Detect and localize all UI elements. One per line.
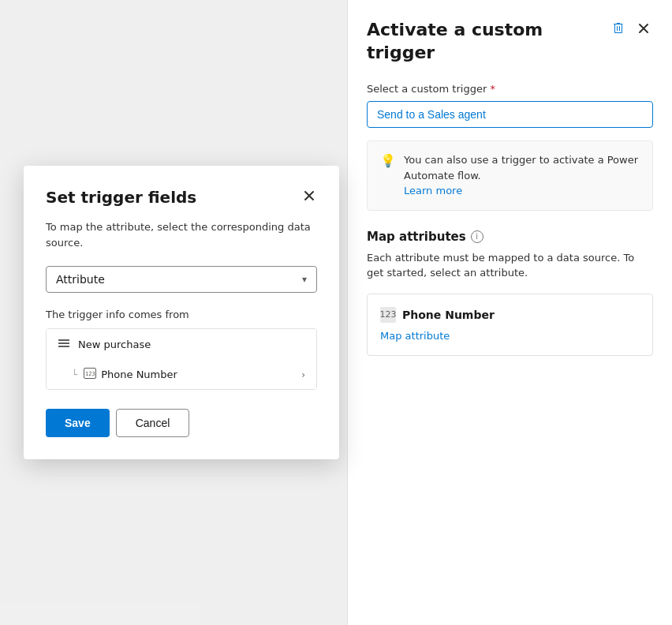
- modal-title: Set trigger fields: [46, 188, 196, 207]
- attribute-card-header: 123 Phone Number: [380, 307, 640, 323]
- chevron-right-icon: ›: [301, 369, 305, 380]
- tree-line-icon: └: [72, 369, 77, 380]
- modal-description: To map the attribute, select the corresp…: [46, 219, 317, 250]
- lightbulb-icon: 💡: [380, 153, 396, 199]
- modal-actions: Save Cancel: [46, 409, 317, 437]
- learn-more-link[interactable]: Learn more: [404, 185, 462, 196]
- info-tooltip-icon[interactable]: i: [471, 230, 483, 243]
- new-purchase-label: New purchase: [78, 339, 151, 350]
- set-trigger-modal: Set trigger fields To map the attribute,…: [24, 166, 339, 459]
- modal-header: Set trigger fields: [46, 188, 317, 207]
- chevron-down-icon: ▾: [302, 274, 307, 285]
- trigger-tree-list: New purchase └ 123 Phone Number ›: [46, 328, 317, 390]
- close-panel-button[interactable]: [634, 19, 653, 41]
- trigger-parent-item: New purchase: [47, 329, 316, 360]
- new-purchase-icon: [58, 337, 70, 352]
- map-attributes-desc: Each attribute must be mapped to a data …: [367, 250, 653, 281]
- panel-header: Activate a custom trigger: [367, 19, 653, 64]
- select-trigger-label: Select a custom trigger *: [367, 83, 653, 95]
- trigger-child-item[interactable]: └ 123 Phone Number ›: [47, 360, 316, 389]
- save-button[interactable]: Save: [46, 409, 110, 437]
- map-attributes-title: Map attributes: [367, 230, 466, 244]
- info-box: 💡 You can also use a trigger to activate…: [367, 140, 653, 211]
- attribute-dropdown[interactable]: Attribute ▾: [46, 266, 317, 293]
- map-attribute-link[interactable]: Map attribute: [380, 330, 450, 342]
- trigger-info-label: The trigger info comes from: [46, 309, 317, 320]
- panel-icons: [609, 19, 653, 41]
- phone-number-icon: 123: [380, 307, 396, 323]
- svg-rect-0: [58, 339, 69, 341]
- right-panel: Activate a custom trigger Select a custo…: [347, 0, 672, 625]
- attribute-dropdown-value: Attribute: [56, 273, 105, 286]
- attribute-card: 123 Phone Number Map attribute: [367, 294, 653, 356]
- svg-rect-2: [58, 346, 69, 347]
- map-attributes-header: Map attributes i: [367, 230, 653, 244]
- info-text: You can also use a trigger to activate a…: [404, 152, 640, 199]
- panel-title: Activate a custom trigger: [367, 19, 609, 64]
- close-modal-button[interactable]: [301, 188, 317, 206]
- svg-text:123: 123: [85, 371, 95, 377]
- cancel-button[interactable]: Cancel: [116, 409, 190, 437]
- required-star: *: [490, 83, 495, 95]
- trigger-input[interactable]: [367, 101, 653, 128]
- phone-number-child-icon: 123: [84, 368, 96, 381]
- svg-rect-1: [58, 342, 69, 344]
- phone-number-child-label: Phone Number: [101, 369, 177, 380]
- delete-button[interactable]: [609, 19, 628, 41]
- attribute-name: Phone Number: [402, 309, 495, 321]
- child-left: └ 123 Phone Number: [72, 368, 177, 381]
- modal-overlay: Set trigger fields To map the attribute,…: [0, 0, 347, 625]
